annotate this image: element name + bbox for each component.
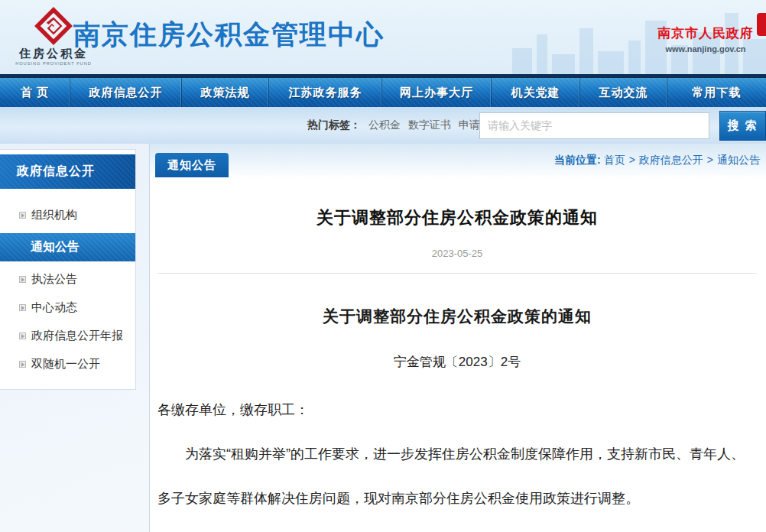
content-region: 政府信息公开 组织机构 通知公告 执法公告 中心动态 政府信息公开年报 双随机一… xyxy=(0,144,766,532)
nav-item-policy[interactable]: 政策法规 xyxy=(182,78,269,107)
hot-tags-label: 热门标签： xyxy=(307,118,361,131)
gov-portal-url[interactable]: www.nanjing.gov.cn xyxy=(657,44,754,54)
sidebar-item-double-random[interactable]: 双随机一公开 xyxy=(0,350,135,378)
sidebar-item-enforcement[interactable]: 执法公告 xyxy=(0,265,135,294)
bullet-arrow-icon xyxy=(19,361,26,368)
sidebar-header: 政府信息公开 xyxy=(0,154,135,189)
nav-item-downloads[interactable]: 常用下载 xyxy=(667,78,766,107)
provident-fund-logo-icon xyxy=(34,6,73,46)
breadcrumb-gov-info[interactable]: 政府信息公开 xyxy=(639,154,703,166)
document-title: 关于调整部分住房公积金政策的通知 xyxy=(157,306,757,327)
hot-tags: 热门标签： 公积金 数字证书 申请表 xyxy=(307,118,491,132)
site-title: 南京住房公积金管理中心 xyxy=(73,17,385,53)
bullet-arrow-icon xyxy=(19,304,26,311)
logo-text-en: HOUSING PROVIDENT FUND xyxy=(15,61,93,66)
nav-item-party[interactable]: 机关党建 xyxy=(492,78,580,107)
sidebar-item-label: 执法公告 xyxy=(31,272,77,287)
article-paragraph: 为落实“租购并举”的工作要求，进一步发挥住房公积金制度保障作用，支持新市民、青年… xyxy=(157,432,757,521)
search-button[interactable]: 搜 索 xyxy=(719,111,766,141)
nav-item-interact[interactable]: 互动交流 xyxy=(580,78,667,107)
sidebar-item-organization[interactable]: 组织机构 xyxy=(0,201,135,229)
search-input[interactable] xyxy=(479,112,709,139)
hot-tag-certificate[interactable]: 数字证书 xyxy=(408,118,451,131)
sidebar-item-label: 组织机构 xyxy=(31,208,77,222)
nav-item-online-hall[interactable]: 网上办事大厅 xyxy=(382,78,492,107)
bullet-arrow-icon xyxy=(19,276,26,283)
main-panel: 通知公告 当前位置: 首页>政府信息公开>通知公告 关于调整部分住房公积金政策的… xyxy=(149,144,766,532)
nav-item-home[interactable]: 首 页 xyxy=(0,78,70,107)
sidebar: 政府信息公开 组织机构 通知公告 执法公告 中心动态 政府信息公开年报 双随机一… xyxy=(0,149,136,390)
nav-item-gov-info[interactable]: 政府信息公开 xyxy=(70,78,182,107)
article-paragraph: 各缴存单位，缴存职工： xyxy=(157,388,757,432)
gov-portal-link[interactable]: 南京市人民政府 www.nanjing.gov.cn xyxy=(657,24,754,54)
sidebar-item-label: 双随机一公开 xyxy=(31,357,100,371)
breadcrumb-home[interactable]: 首页 xyxy=(604,154,625,166)
article: 关于调整部分住房公积金政策的通知 2023-05-25 关于调整部分住房公积金政… xyxy=(150,177,766,521)
article-title: 关于调整部分住房公积金政策的通知 xyxy=(157,206,757,229)
bullet-arrow-icon xyxy=(19,332,26,339)
breadcrumb: 当前位置: 首页>政府信息公开>通知公告 xyxy=(554,154,760,167)
bullet-arrow-icon xyxy=(19,212,26,219)
breadcrumb-separator: > xyxy=(707,154,713,166)
tab-notices[interactable]: 通知公告 xyxy=(155,153,229,177)
document-number: 宁金管规〔2023〕2号 xyxy=(157,353,757,371)
tab-strip: 通知公告 当前位置: 首页>政府信息公开>通知公告 xyxy=(150,144,766,177)
sidebar-item-label: 中心动态 xyxy=(31,300,77,315)
breadcrumb-notices[interactable]: 通知公告 xyxy=(717,154,760,166)
article-body: 各缴存单位，缴存职工： 为落实“租购并举”的工作要求，进一步发挥住房公积金制度保… xyxy=(157,388,757,521)
corner-red-badge xyxy=(757,13,766,36)
sidebar-item-center-news[interactable]: 中心动态 xyxy=(0,294,135,322)
article-date: 2023-05-25 xyxy=(157,248,757,259)
site-header: 住房公积金 HOUSING PROVIDENT FUND 南京住房公积金管理中心… xyxy=(0,0,766,74)
gov-portal-title[interactable]: 南京市人民政府 xyxy=(657,24,754,42)
sidebar-item-annual-report[interactable]: 政府信息公开年报 xyxy=(0,322,135,350)
search-strip: 热门标签： 公积金 数字证书 申请表 搜 索 xyxy=(0,107,766,144)
article-divider xyxy=(157,273,757,274)
sidebar-item-label: 通知公告 xyxy=(31,239,80,255)
nav-item-js-service[interactable]: 江苏政务服务 xyxy=(269,78,382,107)
sidebar-item-label: 政府信息公开年报 xyxy=(31,329,123,343)
hot-tag-gongjijin[interactable]: 公积金 xyxy=(368,118,401,131)
breadcrumb-label: 当前位置: xyxy=(554,154,601,166)
sidebar-item-notices[interactable]: 通知公告 xyxy=(0,233,135,261)
main-nav: 首 页 政府信息公开 政策法规 江苏政务服务 网上办事大厅 机关党建 互动交流 … xyxy=(0,78,766,107)
breadcrumb-separator: > xyxy=(629,154,635,166)
